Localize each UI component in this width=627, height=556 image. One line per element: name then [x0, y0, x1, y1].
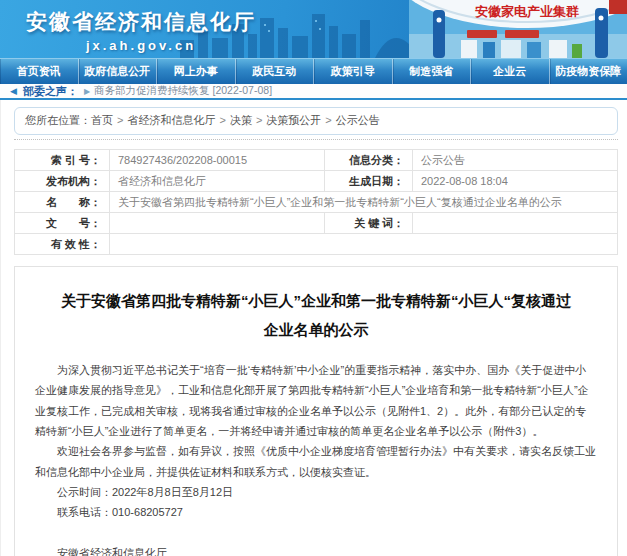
- nav-item-cloud[interactable]: 企业云: [471, 59, 550, 84]
- table-row: 索 引 号： 784927436/202208-00015 信息分类： 公示公告: [15, 150, 618, 171]
- keywords-value: [413, 213, 618, 234]
- signature-org: 安徽省经济和信息化厅: [35, 543, 597, 556]
- publisher-label: 发布机构：: [15, 171, 110, 192]
- index-number-label: 索 引 号：: [15, 150, 110, 171]
- spacer: [35, 523, 597, 543]
- ticker-news-text: 商务部力促消费持续恢复: [94, 84, 210, 96]
- nav-item-manufacture[interactable]: 制造强省: [393, 59, 472, 84]
- doc-name-value: 关于安徽省第四批专精特新“小巨人”企业和第一批专精特新“小巨人“复核通过企业名单…: [110, 192, 618, 213]
- ticker-news-date: [2022-07-08]: [213, 84, 273, 96]
- validity-value: [110, 234, 618, 255]
- nav-item-home[interactable]: 首页资讯: [0, 59, 79, 84]
- breadcrumb-dept[interactable]: 省经济和信息化厅: [127, 114, 215, 126]
- ticker-prev-icon[interactable]: ◀: [10, 86, 17, 96]
- breadcrumb-separator: >: [325, 114, 331, 126]
- doc-number-label: 文 号：: [15, 213, 110, 234]
- validity-label: 有 效 性：: [15, 234, 110, 255]
- breadcrumb-prefix: 您所在位置：: [25, 114, 91, 126]
- article-panel: 关于安徽省第四批专精特新“小巨人”企业和第一批专精特新“小巨人“复核通过企业名单…: [14, 266, 618, 556]
- exhibition-photo: 安徽家电产业集群: [409, 0, 627, 58]
- breadcrumb-home[interactable]: 首页: [91, 114, 113, 126]
- info-category-value: 公示公告: [413, 150, 618, 171]
- ticker-label: 部委之声：: [23, 84, 78, 99]
- contact-phone-line: 联系电话：010-68205727: [35, 502, 597, 522]
- breadcrumb-decision[interactable]: 决策: [230, 114, 252, 126]
- ticker-bullet-icon: ▶: [84, 87, 90, 96]
- site-header-banner: 安徽省经济和信息化厅 jx.ah.gov.cn 安徽家电产业集群: [0, 0, 627, 58]
- nav-item-online[interactable]: 网上办事: [157, 59, 236, 84]
- breadcrumb: 您所在位置：首页>省经济和信息化厅>决策>决策预公开>公示公告: [14, 107, 618, 135]
- info-category-label: 信息分类：: [325, 150, 413, 171]
- page: 安徽省经济和信息化厅 jx.ah.gov.cn 安徽家电产业集群 首页资讯 政府…: [0, 0, 627, 556]
- breadcrumb-announcements[interactable]: 公示公告: [336, 114, 380, 126]
- generated-date-value: 2022-08-08 18:04: [413, 171, 618, 192]
- publisher-value: 省经济和信息化厅: [110, 171, 325, 192]
- table-row: 名 称： 关于安徽省第四批专精特新“小巨人”企业和第一批专精特新“小巨人“复核通…: [15, 192, 618, 213]
- doc-number-value: [110, 213, 325, 234]
- table-row: 发布机构： 省经济和信息化厅 生成日期： 2022-08-08 18:04: [15, 171, 618, 192]
- main-nav: 首页资讯 政府信息公开 网上办事 政民互动 政策引导 制造强省 企业云 防疫物资…: [0, 58, 627, 84]
- keywords-label: 关 键 词：: [325, 213, 413, 234]
- publicity-period-line: 公示时间：2022年8月8日至8月12日: [35, 482, 597, 502]
- ticker-news-link[interactable]: 商务部力促消费持续恢复 [2022-07-08]: [94, 84, 272, 98]
- generated-date-label: 生成日期：: [325, 171, 413, 192]
- table-row: 有 效 性：: [15, 234, 618, 255]
- article-paragraph-2: 欢迎社会各界参与监督，如有异议，按照《优质中小企业梯度培育管理暂行办法》中有关要…: [35, 441, 597, 482]
- breadcrumb-separator: >: [256, 114, 262, 126]
- index-number-value: 784927436/202208-00015: [110, 150, 325, 171]
- content-area: 您所在位置：首页>省经济和信息化厅>决策>决策预公开>公示公告 索 引 号： 7…: [0, 100, 627, 556]
- photo-banner-text: 安徽家电产业集群: [475, 4, 579, 19]
- nav-item-gov-info[interactable]: 政府信息公开: [79, 59, 158, 84]
- table-row: 文 号： 关 键 词：: [15, 213, 618, 234]
- site-title: 安徽省经济和信息化厅: [26, 8, 256, 36]
- news-ticker: ◀ 部委之声： ▶ 商务部力促消费持续恢复 [2022-07-08]: [0, 84, 627, 100]
- nav-item-policy[interactable]: 政策引导: [314, 59, 393, 84]
- breadcrumb-separator: >: [117, 114, 123, 126]
- breadcrumb-pre-disclosure[interactable]: 决策预公开: [266, 114, 321, 126]
- breadcrumb-separator: >: [219, 114, 225, 126]
- article-title: 关于安徽省第四批专精特新“小巨人”企业和第一批专精特新“小巨人“复核通过企业名单…: [61, 287, 571, 344]
- doc-name-label: 名 称：: [15, 192, 110, 213]
- site-url: jx.ah.gov.cn: [26, 38, 256, 53]
- nav-item-epidemic[interactable]: 防疫物资保障: [550, 59, 627, 84]
- document-meta-table: 索 引 号： 784927436/202208-00015 信息分类： 公示公告…: [14, 149, 618, 255]
- nav-item-interaction[interactable]: 政民互动: [236, 59, 315, 84]
- article-paragraph-1: 为深入贯彻习近平总书记关于“培育一批‘专精特新’中小企业”的重要指示精神，落实中…: [35, 360, 597, 441]
- dotted-divider: [14, 139, 618, 140]
